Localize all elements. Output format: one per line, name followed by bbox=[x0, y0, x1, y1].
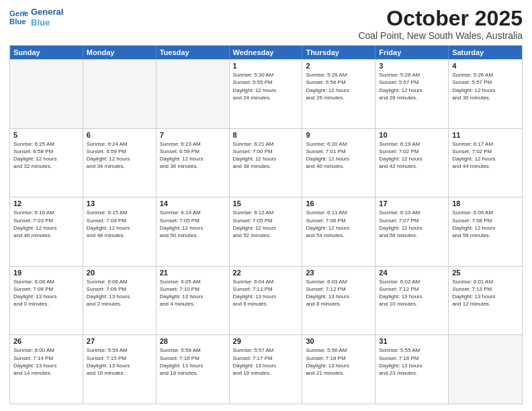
day-number: 8 bbox=[233, 131, 299, 139]
cell-text: and 40 minutes. bbox=[306, 163, 371, 170]
cell-text: Sunrise: 6:19 AM bbox=[379, 140, 445, 148]
cell-text: Sunset: 7:07 PM bbox=[379, 217, 445, 224]
cell-text: Sunrise: 5:56 AM bbox=[306, 347, 371, 354]
cell-text: and 36 minutes. bbox=[160, 163, 226, 170]
calendar: SundayMondayTuesdayWednesdayThursdayFrid… bbox=[9, 45, 523, 404]
calendar-cell: 13Sunrise: 6:15 AMSunset: 7:04 PMDayligh… bbox=[83, 197, 157, 266]
cell-text: Daylight: 12 hours bbox=[452, 87, 519, 94]
cell-text: and 6 minutes. bbox=[233, 300, 299, 308]
cell-text: Sunrise: 6:00 AM bbox=[13, 347, 79, 354]
title-block: October 2025 Coal Point, New South Wales… bbox=[358, 7, 523, 41]
cell-text: Daylight: 12 hours bbox=[160, 224, 226, 232]
cell-text: Sunrise: 5:59 AM bbox=[87, 347, 152, 354]
cell-text: Sunrise: 6:02 AM bbox=[379, 278, 445, 285]
calendar-cell: 16Sunrise: 6:11 AMSunset: 7:06 PMDayligh… bbox=[302, 197, 375, 266]
calendar-cell: 20Sunrise: 6:06 AMSunset: 7:09 PMDayligh… bbox=[83, 267, 157, 335]
cell-text: and 56 minutes. bbox=[379, 232, 445, 239]
calendar-row-1: 5Sunrise: 6:25 AMSunset: 6:58 PMDaylight… bbox=[10, 128, 522, 197]
cell-text: Daylight: 12 hours bbox=[452, 224, 519, 232]
cell-text: Sunset: 7:05 PM bbox=[160, 217, 226, 224]
cell-text: Sunrise: 5:26 AM bbox=[452, 71, 519, 79]
calendar-cell: 14Sunrise: 6:14 AMSunset: 7:05 PMDayligh… bbox=[157, 197, 230, 266]
cell-text: and 44 minutes. bbox=[452, 163, 519, 170]
calendar-cell: 8Sunrise: 6:21 AMSunset: 7:00 PMDaylight… bbox=[230, 129, 303, 197]
calendar-cell: 1Sunrise: 5:30 AMSunset: 5:55 PMDaylight… bbox=[230, 60, 303, 128]
day-number: 19 bbox=[13, 269, 79, 277]
calendar-cell: 28Sunrise: 5:58 AMSunset: 7:16 PMDayligh… bbox=[157, 335, 230, 404]
cell-text: Sunset: 7:01 PM bbox=[306, 148, 371, 155]
calendar-cell: 23Sunrise: 6:03 AMSunset: 7:12 PMDayligh… bbox=[302, 267, 375, 335]
cell-text: Sunrise: 6:10 AM bbox=[379, 209, 445, 216]
day-number: 26 bbox=[13, 337, 79, 345]
header-day-sunday: Sunday bbox=[10, 46, 83, 59]
cell-text: Sunset: 7:17 PM bbox=[233, 355, 299, 362]
day-number: 16 bbox=[306, 199, 371, 208]
cell-text: Daylight: 12 hours bbox=[160, 155, 226, 163]
cell-text: and 52 minutes. bbox=[233, 232, 299, 239]
cell-text: Sunrise: 6:12 AM bbox=[233, 209, 299, 216]
header-day-thursday: Thursday bbox=[302, 46, 375, 59]
cell-text: and 18 minutes. bbox=[160, 369, 226, 377]
cell-text: Daylight: 12 hours bbox=[233, 155, 299, 163]
cell-text: and 28 minutes. bbox=[379, 94, 445, 101]
day-number: 4 bbox=[452, 62, 519, 70]
cell-text: Sunset: 7:12 PM bbox=[306, 285, 371, 293]
calendar-cell bbox=[83, 60, 157, 128]
day-number: 7 bbox=[160, 131, 226, 139]
cell-text: Sunset: 5:57 PM bbox=[379, 79, 445, 86]
cell-text: Sunrise: 5:30 AM bbox=[233, 71, 299, 79]
cell-text: Daylight: 13 hours bbox=[379, 293, 445, 300]
cell-text: Daylight: 12 hours bbox=[379, 87, 445, 94]
cell-text: Sunset: 7:03 PM bbox=[13, 217, 79, 224]
calendar-cell: 5Sunrise: 6:25 AMSunset: 6:58 PMDaylight… bbox=[10, 129, 83, 197]
cell-text: Sunset: 7:05 PM bbox=[233, 217, 299, 224]
cell-text: and 8 minutes. bbox=[306, 300, 371, 308]
cell-text: Sunrise: 5:57 AM bbox=[233, 347, 299, 354]
calendar-cell: 11Sunrise: 6:17 AMSunset: 7:02 PMDayligh… bbox=[449, 129, 522, 197]
cell-text: Daylight: 13 hours bbox=[233, 362, 299, 369]
calendar-cell: 17Sunrise: 6:10 AMSunset: 7:07 PMDayligh… bbox=[375, 197, 449, 266]
cell-text: Sunrise: 6:21 AM bbox=[233, 140, 299, 148]
calendar-cell bbox=[157, 60, 230, 128]
day-number: 29 bbox=[233, 337, 299, 345]
cell-text: and 48 minutes. bbox=[87, 232, 152, 239]
cell-text: Sunset: 7:02 PM bbox=[452, 148, 519, 155]
cell-text: Sunset: 5:57 PM bbox=[452, 79, 519, 86]
cell-text: Sunset: 7:00 PM bbox=[233, 148, 299, 155]
cell-text: Sunrise: 5:55 AM bbox=[379, 347, 445, 354]
day-number: 14 bbox=[160, 199, 226, 208]
cell-text: Sunrise: 6:04 AM bbox=[233, 278, 299, 285]
day-number: 18 bbox=[452, 199, 519, 208]
cell-text: Sunset: 7:18 PM bbox=[306, 355, 371, 362]
cell-text: and 26 minutes. bbox=[306, 94, 371, 101]
cell-text: Sunrise: 6:15 AM bbox=[87, 209, 152, 216]
day-number: 9 bbox=[306, 131, 371, 139]
cell-text: Daylight: 12 hours bbox=[87, 155, 152, 163]
cell-text: Daylight: 13 hours bbox=[160, 362, 226, 369]
cell-text: Sunrise: 6:09 AM bbox=[452, 209, 519, 216]
logo: General Blue General Blue bbox=[9, 7, 63, 28]
day-number: 30 bbox=[306, 337, 371, 345]
cell-text: Sunrise: 6:17 AM bbox=[452, 140, 519, 148]
cell-text: Daylight: 12 hours bbox=[233, 224, 299, 232]
calendar-cell: 3Sunrise: 5:28 AMSunset: 5:57 PMDaylight… bbox=[375, 60, 449, 128]
cell-text: Daylight: 12 hours bbox=[306, 224, 371, 232]
logo-icon: General Blue bbox=[9, 8, 28, 27]
cell-text: and 21 minutes. bbox=[306, 369, 371, 377]
cell-text: Daylight: 13 hours bbox=[306, 293, 371, 300]
cell-text: Sunset: 7:18 PM bbox=[379, 355, 445, 362]
cell-text: and 4 minutes. bbox=[160, 300, 226, 308]
cell-text: and 19 minutes. bbox=[233, 369, 299, 377]
cell-text: Sunrise: 6:08 AM bbox=[13, 278, 79, 285]
calendar-row-4: 26Sunrise: 6:00 AMSunset: 7:14 PMDayligh… bbox=[10, 334, 522, 404]
cell-text: Sunrise: 5:58 AM bbox=[160, 347, 226, 354]
header-day-friday: Friday bbox=[375, 46, 449, 59]
cell-text: Daylight: 12 hours bbox=[87, 224, 152, 232]
cell-text: Daylight: 13 hours bbox=[452, 293, 519, 300]
cell-text: Sunset: 7:04 PM bbox=[87, 217, 152, 224]
cell-text: Daylight: 13 hours bbox=[379, 362, 445, 369]
header-day-tuesday: Tuesday bbox=[157, 46, 230, 59]
cell-text: and 50 minutes. bbox=[160, 232, 226, 239]
cell-text: Daylight: 12 hours bbox=[233, 87, 299, 94]
cell-text: and 30 minutes. bbox=[452, 94, 519, 101]
